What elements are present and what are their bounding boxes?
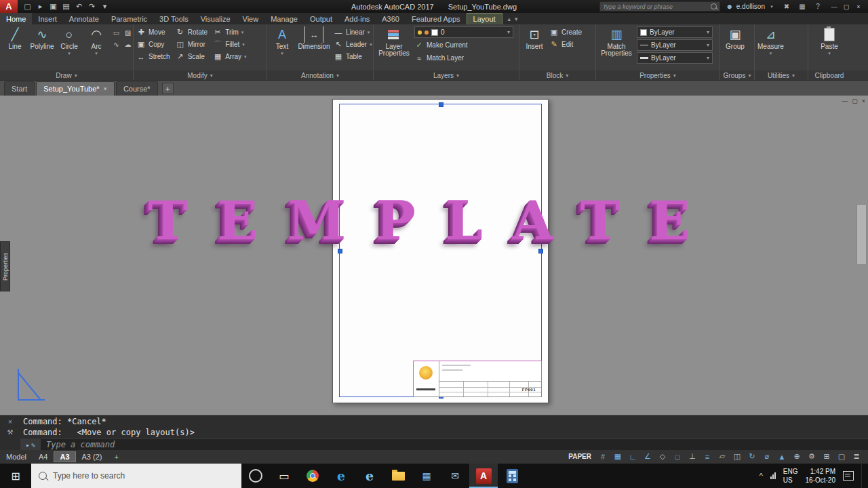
polyline-button[interactable]: ∿ Polyline <box>30 26 54 70</box>
polar-tracking-icon[interactable]: ∠ <box>643 451 652 462</box>
redo-icon[interactable]: ↷ <box>86 1 98 12</box>
file-tab-setup-youtube[interactable]: Setup_YouTube* × <box>36 81 115 96</box>
copy-button[interactable]: ▣Copy <box>136 39 170 50</box>
exchange-apps-icon[interactable]: ▦ <box>797 1 808 12</box>
action-center-icon[interactable] <box>843 471 854 481</box>
restore-icon[interactable]: ▢ <box>840 1 852 12</box>
dimension-button[interactable]: ↔ Dimension <box>297 26 331 70</box>
layout-tab-model[interactable]: Model <box>0 451 33 462</box>
revision-cloud-icon[interactable]: ☁ <box>123 39 133 49</box>
layer-properties-button[interactable]: Layer Properties <box>376 26 412 70</box>
qat-menu-icon[interactable]: ▾ <box>99 1 111 12</box>
arc-button[interactable]: ◠ Arc ▾ <box>84 26 108 70</box>
task-view-button[interactable]: ▭ <box>270 464 298 488</box>
rotate-button[interactable]: ↻Rotate <box>176 26 208 38</box>
array-button[interactable]: ▦Array▾ <box>213 51 246 62</box>
ortho-icon[interactable]: ∟ <box>628 451 637 462</box>
document-restore-icon[interactable]: ▢ <box>852 98 858 104</box>
new-layout-button[interactable]: + <box>108 451 124 462</box>
taskbar-search-box[interactable]: Type here to search <box>31 464 241 488</box>
layout-tab-a3-2[interactable]: A3 (2) <box>76 451 108 462</box>
match-layer-button[interactable]: ≈Match Layer <box>414 52 513 64</box>
search-icon[interactable] <box>711 3 717 9</box>
application-menu-button[interactable]: A <box>0 0 18 13</box>
selection-cycling-icon[interactable]: ◫ <box>732 451 742 462</box>
sign-in-button[interactable]: ☻ e.dollison ▾ <box>725 3 776 10</box>
tab-home[interactable]: Home <box>0 13 32 24</box>
lineweight-caret-icon[interactable]: ▾ <box>707 55 709 61</box>
tab-insert[interactable]: Insert <box>32 13 63 24</box>
block-panel-label[interactable]: Block▾ <box>519 70 595 80</box>
text-caret-icon[interactable]: ▾ <box>281 51 283 56</box>
customization-icon[interactable]: ≣ <box>852 451 861 462</box>
internet-explorer-button[interactable]: e <box>355 464 384 488</box>
lineweight-dropdown[interactable]: ByLayer ▾ <box>637 52 713 64</box>
move-button[interactable]: ✚Move <box>136 26 170 38</box>
ribbon-options-icon[interactable]: ▾ <box>515 16 518 22</box>
autocad-taskbar-button[interactable]: A <box>469 464 498 488</box>
object-color-dropdown[interactable]: ByLayer ▾ <box>637 26 713 38</box>
save-icon[interactable]: ▣ <box>47 1 59 12</box>
line-button[interactable]: ╱ Line <box>3 26 27 70</box>
tab-parametric[interactable]: Parametric <box>105 13 153 24</box>
tab-manage[interactable]: Manage <box>264 13 304 24</box>
text-button[interactable]: A Text ▾ <box>270 26 294 70</box>
tab-3d-tools[interactable]: 3D Tools <box>153 13 195 24</box>
create-block-button[interactable]: ▣Create <box>549 26 582 38</box>
tab-layout[interactable]: Layout <box>467 13 502 24</box>
layers-panel-label[interactable]: Layers▾ <box>374 70 519 80</box>
paper-space-label[interactable]: PAPER <box>568 453 591 460</box>
help-icon[interactable]: ? <box>812 1 823 12</box>
scale-button[interactable]: ↗Scale <box>176 51 208 62</box>
object-snap-icon[interactable]: □ <box>673 451 682 462</box>
paste-caret-icon[interactable]: ▾ <box>828 51 831 56</box>
tray-chevron-icon[interactable]: ^ <box>760 472 763 480</box>
tab-visualize[interactable]: Visualize <box>195 13 237 24</box>
measure-button[interactable]: ⊿ Measure ▾ <box>757 26 784 70</box>
tab-a360[interactable]: A360 <box>376 13 406 24</box>
navigation-bar[interactable] <box>856 204 867 265</box>
insert-button[interactable]: ⊡ Insert <box>522 26 547 70</box>
mirror-button[interactable]: ◫Mirror <box>176 39 208 50</box>
properties-panel-label[interactable]: Properties▾ <box>596 70 719 80</box>
draw-panel-label[interactable]: Draw▾ <box>0 70 133 80</box>
rectangle-icon[interactable]: ▭ <box>111 28 121 38</box>
mail-button[interactable]: ✉ <box>441 464 469 488</box>
transparency-icon[interactable]: ▱ <box>717 451 727 462</box>
chrome-button[interactable] <box>298 464 327 488</box>
close-icon[interactable]: × <box>852 1 865 12</box>
document-close-icon[interactable]: × <box>862 98 865 104</box>
viewport-grip[interactable] <box>439 102 443 107</box>
quick-properties-icon[interactable]: ⊞ <box>822 451 831 462</box>
isodraft-icon[interactable]: ◇ <box>658 451 667 462</box>
linear-caret-icon[interactable]: ▾ <box>368 30 370 35</box>
new-drawing-tab-button[interactable]: + <box>162 83 174 94</box>
modify-panel-label[interactable]: Modify▾ <box>134 70 267 80</box>
hatch-icon[interactable]: ▨ <box>123 28 133 38</box>
show-desktop-button[interactable] <box>861 464 865 488</box>
command-input[interactable]: ▸ ✎ Type a command <box>20 439 868 450</box>
tab-add-ins[interactable]: Add-ins <box>338 13 376 24</box>
spline-icon[interactable]: ∿ <box>111 39 121 49</box>
group-button[interactable]: ▣ Group <box>723 26 747 70</box>
circle-button[interactable]: ○ Circle ▾ <box>57 26 81 70</box>
undo-icon[interactable]: ↶ <box>73 1 85 12</box>
template-3d-text[interactable]: TEMPLATE <box>0 195 868 247</box>
language-indicator[interactable]: ENG US <box>783 467 798 485</box>
cortana-button[interactable] <box>241 464 270 488</box>
close-tab-icon[interactable]: × <box>104 85 107 92</box>
start-button[interactable]: ⊞ <box>0 464 31 488</box>
layout-tab-a4[interactable]: A4 <box>33 451 54 462</box>
arc-caret-icon[interactable]: ▾ <box>95 51 98 56</box>
make-current-button[interactable]: ✓Make Current <box>414 39 513 51</box>
trim-caret-icon[interactable]: ▾ <box>241 30 244 35</box>
workspace-switching-icon[interactable]: ⚙ <box>807 451 816 462</box>
clean-screen-icon[interactable]: ▢ <box>837 451 846 462</box>
groups-panel-label[interactable]: Groups▾ <box>720 70 754 80</box>
layout-tab-a3[interactable]: A3 <box>54 451 75 462</box>
autoscale-icon[interactable]: ↻ <box>747 451 757 462</box>
tab-output[interactable]: Output <box>304 13 338 24</box>
properties-palette-tab[interactable]: Properties <box>0 241 10 291</box>
linetype-caret-icon[interactable]: ▾ <box>707 42 709 48</box>
clock[interactable]: 1:42 PM 16-Oct-20 <box>806 467 835 485</box>
